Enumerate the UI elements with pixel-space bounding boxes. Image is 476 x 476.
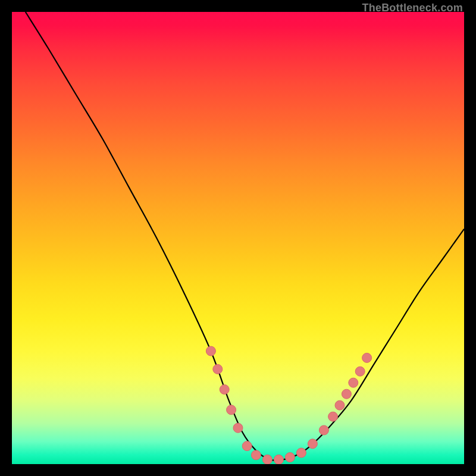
chart-marker: [319, 425, 328, 435]
watermark-text: TheBottleneck.com: [362, 2, 463, 13]
chart-marker: [342, 389, 351, 399]
chart-marker: [308, 439, 317, 449]
chart-marker: [251, 450, 261, 460]
chart-marker: [349, 378, 358, 387]
chart-marker: [285, 453, 295, 462]
chart-marker: [362, 353, 372, 362]
chart-curve: [26, 12, 464, 461]
chart-marker: [328, 412, 338, 421]
chart-marker: [227, 405, 236, 415]
chart-marker: [220, 385, 229, 394]
chart-marker: [355, 367, 365, 376]
chart-marker: [262, 455, 272, 464]
chart-marker: [242, 441, 252, 451]
chart-marker: [233, 423, 243, 433]
chart-marker: [274, 455, 283, 464]
chart-marker: [206, 346, 215, 356]
chart-frame: TheBottleneck.com: [0, 0, 476, 476]
chart-marker: [335, 400, 345, 410]
chart-marker: [213, 364, 223, 374]
chart-marker-layer: [206, 346, 371, 464]
chart-plot-area: [12, 12, 464, 464]
chart-svg: [12, 12, 464, 464]
chart-marker: [296, 448, 306, 458]
